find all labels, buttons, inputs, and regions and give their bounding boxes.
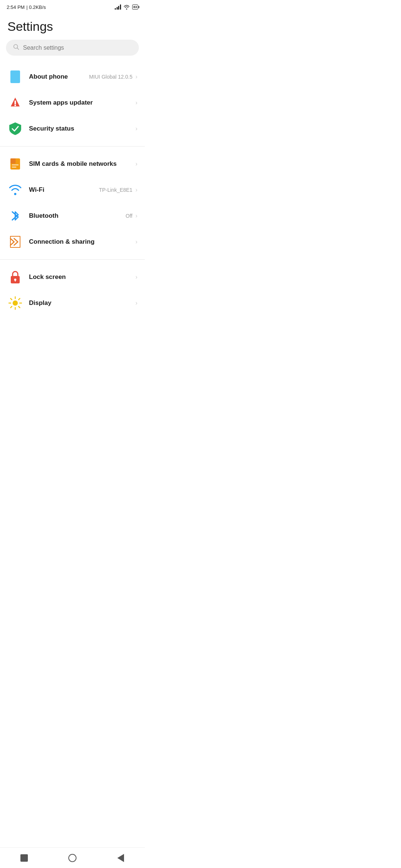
settings-group-1: About phone MIUI Global 12.0.5 › System … bbox=[0, 62, 145, 143]
status-icons: 83 bbox=[115, 4, 138, 10]
svg-rect-12 bbox=[15, 280, 16, 282]
lock-screen-icon bbox=[7, 269, 23, 285]
sim-chevron: › bbox=[136, 161, 137, 167]
status-bar: 2:54 PM | 0.2KB/s 83 bbox=[0, 0, 145, 13]
divider-1 bbox=[0, 146, 145, 147]
wifi-subtitle: TP-Link_E8E1 bbox=[99, 187, 132, 193]
about-phone-content: About phone MIUI Global 12.0.5 › bbox=[29, 73, 137, 80]
security-content: Security status › bbox=[29, 125, 137, 132]
svg-rect-8 bbox=[12, 164, 19, 165]
svg-line-20 bbox=[19, 299, 20, 300]
settings-group-3: Lock screen › bbox=[0, 263, 145, 318]
lock-screen-chevron: › bbox=[136, 274, 137, 280]
battery-icon: 83 bbox=[132, 4, 138, 10]
system-apps-content: System apps updater › bbox=[29, 99, 137, 106]
settings-item-wifi[interactable]: Wi-Fi TP-Link_E8E1 › bbox=[0, 177, 145, 203]
wifi-label: Wi-Fi bbox=[29, 186, 44, 194]
svg-line-18 bbox=[11, 299, 12, 300]
svg-rect-4 bbox=[14, 101, 16, 104]
search-input[interactable] bbox=[23, 45, 132, 51]
lock-screen-right: › bbox=[134, 274, 137, 280]
svg-line-19 bbox=[19, 306, 20, 308]
settings-item-system-apps[interactable]: System apps updater › bbox=[0, 90, 145, 116]
search-icon bbox=[13, 43, 19, 52]
signal-icon bbox=[115, 4, 121, 10]
main-content: Settings About phone MIUI Global 12.0.5 bbox=[0, 13, 145, 340]
wifi-right: TP-Link_E8E1 › bbox=[99, 187, 137, 193]
about-phone-icon bbox=[7, 69, 23, 85]
display-icon bbox=[7, 295, 23, 311]
bluetooth-chevron: › bbox=[136, 213, 137, 219]
security-icon bbox=[7, 121, 23, 137]
about-phone-label: About phone bbox=[29, 73, 68, 80]
lock-screen-label: Lock screen bbox=[29, 273, 66, 281]
bluetooth-right: Off › bbox=[125, 213, 137, 219]
settings-item-security[interactable]: Security status › bbox=[0, 116, 145, 142]
svg-rect-5 bbox=[14, 105, 16, 106]
wifi-icon bbox=[7, 182, 23, 198]
svg-rect-2 bbox=[10, 70, 20, 83]
connection-right: › bbox=[134, 239, 137, 245]
display-content: Display › bbox=[29, 299, 137, 307]
sim-icon bbox=[7, 156, 23, 172]
svg-rect-7 bbox=[10, 158, 16, 164]
settings-item-lock-screen[interactable]: Lock screen › bbox=[0, 264, 145, 290]
system-apps-chevron: › bbox=[136, 99, 137, 106]
settings-item-bluetooth[interactable]: Bluetooth Off › bbox=[0, 203, 145, 229]
settings-group-2: SIM cards & mobile networks › Wi-Fi TP-L… bbox=[0, 149, 145, 256]
connection-chevron: › bbox=[136, 239, 137, 245]
wifi-status-icon bbox=[123, 4, 130, 10]
wifi-chevron: › bbox=[136, 187, 137, 193]
connection-label: Connection & sharing bbox=[29, 238, 95, 246]
system-apps-right: › bbox=[134, 99, 137, 106]
system-apps-label: System apps updater bbox=[29, 99, 93, 106]
battery-level: 83 bbox=[133, 5, 137, 9]
page-title: Settings bbox=[0, 13, 145, 40]
lock-screen-content: Lock screen › bbox=[29, 273, 137, 281]
svg-line-1 bbox=[17, 48, 19, 49]
search-bar[interactable] bbox=[6, 40, 139, 56]
about-phone-chevron: › bbox=[136, 73, 137, 80]
security-label: Security status bbox=[29, 125, 74, 132]
bluetooth-subtitle: Off bbox=[125, 213, 132, 219]
display-label: Display bbox=[29, 299, 51, 307]
security-chevron: › bbox=[136, 125, 137, 132]
status-time-speed: 2:54 PM | 0.2KB/s bbox=[7, 4, 46, 10]
sim-content: SIM cards & mobile networks › bbox=[29, 160, 137, 168]
connection-content: Connection & sharing › bbox=[29, 238, 137, 246]
about-phone-subtitle: MIUI Global 12.0.5 bbox=[89, 74, 133, 80]
wifi-content: Wi-Fi TP-Link_E8E1 › bbox=[29, 186, 137, 194]
sim-right: › bbox=[134, 161, 137, 167]
about-phone-right: MIUI Global 12.0.5 › bbox=[89, 73, 137, 80]
display-right: › bbox=[134, 300, 137, 306]
status-time: 2:54 PM bbox=[7, 4, 25, 10]
settings-item-about-phone[interactable]: About phone MIUI Global 12.0.5 › bbox=[0, 64, 145, 90]
settings-item-connection[interactable]: Connection & sharing › bbox=[0, 229, 145, 255]
connection-icon bbox=[7, 234, 23, 250]
bluetooth-content: Bluetooth Off › bbox=[29, 212, 137, 220]
system-apps-icon bbox=[7, 95, 23, 111]
svg-point-13 bbox=[13, 300, 18, 306]
svg-line-21 bbox=[11, 306, 12, 308]
security-right: › bbox=[134, 125, 137, 132]
bluetooth-icon bbox=[7, 208, 23, 224]
svg-rect-9 bbox=[12, 167, 16, 168]
settings-item-sim[interactable]: SIM cards & mobile networks › bbox=[0, 151, 145, 177]
status-speed: | 0.2KB/s bbox=[26, 4, 46, 10]
display-chevron: › bbox=[136, 300, 137, 306]
divider-2 bbox=[0, 259, 145, 260]
sim-label: SIM cards & mobile networks bbox=[29, 160, 117, 168]
settings-item-display[interactable]: Display › bbox=[0, 290, 145, 316]
bluetooth-label: Bluetooth bbox=[29, 212, 58, 220]
